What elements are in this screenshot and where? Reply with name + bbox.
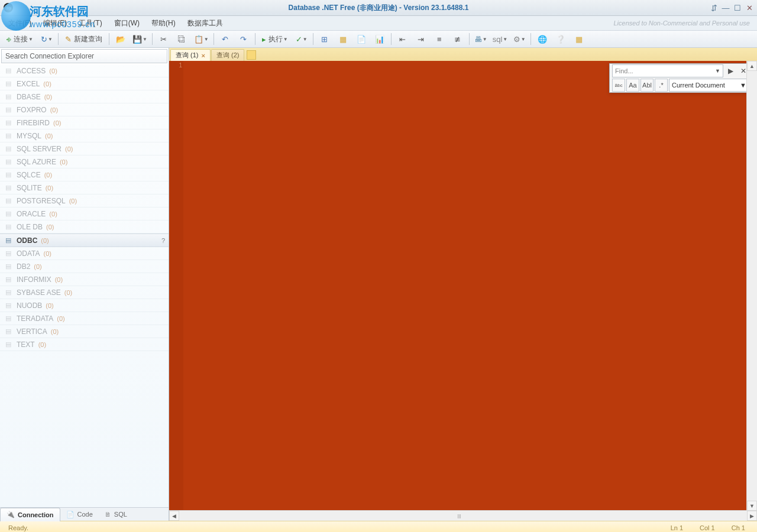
- close-tab-icon[interactable]: ×: [202, 52, 205, 59]
- db-icon: ▤: [4, 327, 13, 335]
- maximize-button[interactable]: ☐: [732, 2, 743, 13]
- sidebar-item-ole-db[interactable]: ▤OLE DB (0): [0, 220, 169, 233]
- comment-icon[interactable]: ≡: [431, 32, 448, 46]
- db-icon: ▤: [4, 301, 13, 309]
- db-icon: ▤: [4, 249, 13, 257]
- sidebar-item-sql-server[interactable]: ▤SQL SERVER (0): [0, 142, 169, 155]
- redo-button[interactable]: ↷: [235, 32, 253, 46]
- connect-button[interactable]: ⎆连接▼: [2, 32, 37, 46]
- sidebar-item-teradata[interactable]: ▤TERADATA (0): [0, 312, 169, 325]
- settings-button[interactable]: ⚙▼: [510, 32, 528, 46]
- sidebar-item-sqlce[interactable]: ▤SQLCE (0): [0, 168, 169, 181]
- editor-area: 查询 (1)×查询 (2) 1 Find...▼ ▶ ✕ abc Aa Abl …: [169, 48, 757, 521]
- menu-tools[interactable]: 工具(T): [73, 17, 108, 30]
- menu-help[interactable]: 帮助(H): [145, 17, 182, 30]
- sidebar-item-firebird[interactable]: ▤FIREBIRD (0): [0, 116, 169, 129]
- refresh-button[interactable]: ↻▼: [38, 32, 56, 46]
- save-button[interactable]: 💾▼: [130, 32, 150, 46]
- regex-toggle[interactable]: abc: [612, 79, 625, 92]
- status-line: Ln 1: [671, 524, 683, 531]
- sidebar-item-db2[interactable]: ▤DB2 (0): [0, 260, 169, 273]
- paste-button[interactable]: 📋▼: [192, 32, 211, 46]
- connection-icon: 🔌: [7, 511, 15, 518]
- code-icon: 📄: [66, 511, 75, 518]
- find-scope-select[interactable]: Current Document▼: [669, 79, 749, 92]
- about-icon[interactable]: ▦: [570, 32, 588, 46]
- print-button[interactable]: 🖶▼: [472, 32, 490, 46]
- db-icon: ▤: [4, 119, 13, 126]
- find-input[interactable]: Find...▼: [612, 64, 723, 77]
- tab-code[interactable]: 📄Code: [60, 508, 99, 521]
- sidebar-item-postgresql[interactable]: ▤POSTGRESQL (0): [0, 194, 169, 207]
- uncomment-icon[interactable]: ≢: [449, 32, 467, 46]
- db-icon: ▤: [4, 314, 13, 322]
- sidebar-item-sql-azure[interactable]: ▤SQL AZURE (0): [0, 155, 169, 168]
- sidebar-item-vertica[interactable]: ▤VERTICA (0): [0, 325, 169, 338]
- export-icon[interactable]: 📊: [371, 32, 389, 46]
- editor-tab[interactable]: 查询 (2): [211, 49, 245, 61]
- sidebar-item-nuodb[interactable]: ▤NUODB (0): [0, 299, 169, 312]
- menu-edit[interactable]: 编辑(E): [37, 17, 73, 30]
- db-icon: ▤: [4, 275, 13, 283]
- sql-format-icon[interactable]: sql▼: [490, 32, 510, 46]
- regex-icon[interactable]: .*: [655, 79, 668, 92]
- vertical-scrollbar[interactable]: ▲▼: [746, 61, 757, 511]
- find-panel: Find...▼ ▶ ✕ abc Aa Abl .* Current Docum…: [609, 63, 752, 93]
- editor-tabstrip: 查询 (1)×查询 (2): [169, 48, 757, 61]
- db-icon: ▤: [4, 67, 13, 74]
- minimize-button[interactable]: —: [720, 2, 731, 13]
- sidebar-item-access[interactable]: ▤ACCESS (0): [0, 64, 169, 77]
- sidebar-item-mysql[interactable]: ▤MYSQL (0): [0, 129, 169, 142]
- sidebar-item-dbase[interactable]: ▤DBASE (0): [0, 90, 169, 103]
- connection-list: ▤ACCESS (0)▤EXCEL (0)▤DBASE (0)▤FOXPRO (…: [0, 64, 169, 507]
- indent-left-icon[interactable]: ⇤: [394, 32, 412, 46]
- horizontal-scrollbar[interactable]: ◀|||▶: [169, 510, 757, 521]
- restore-down-icon[interactable]: ⇵: [709, 2, 719, 13]
- editor-tab[interactable]: 查询 (1)×: [170, 49, 211, 61]
- indent-right-icon[interactable]: ⇥: [412, 32, 430, 46]
- sidebar-item-sybase-ase[interactable]: ▤SYBASE ASE (0): [0, 286, 169, 299]
- db-icon: ▤: [4, 262, 13, 270]
- script-icon[interactable]: 📄: [352, 32, 370, 46]
- license-note: Licensed to Non-Commercial and Personal …: [613, 20, 755, 27]
- window-title: Database .NET Free (非商业用途) - Version 23.…: [0, 3, 757, 13]
- find-next-button[interactable]: ▶: [724, 65, 736, 77]
- sidebar-item-sqlite[interactable]: ▤SQLITE (0): [0, 181, 169, 194]
- globe-icon[interactable]: 🌐: [533, 32, 551, 46]
- close-button[interactable]: ✕: [744, 2, 755, 13]
- menu-db-tools[interactable]: 数据库工具: [182, 17, 229, 30]
- execute-button[interactable]: ▸执行▼: [258, 32, 292, 46]
- grid-icon[interactable]: ⊞: [316, 32, 334, 46]
- sql-icon: 🗎: [105, 511, 111, 518]
- tab-connection[interactable]: 🔌Connection: [0, 508, 60, 521]
- undo-button[interactable]: ↶: [216, 32, 234, 46]
- whole-word-toggle[interactable]: Abl: [640, 79, 654, 92]
- tab-sql[interactable]: 🗎SQL: [99, 508, 133, 521]
- editor[interactable]: 1 Find...▼ ▶ ✕ abc Aa Abl .* Current Doc…: [169, 61, 757, 510]
- sidebar: Search Connection Explorer ▤ACCESS (0)▤E…: [0, 48, 169, 521]
- db-icon: ▤: [4, 171, 13, 179]
- menu-file[interactable]: 文件(F): [2, 17, 37, 30]
- titlebar: db Database .NET Free (非商业用途) - Version …: [0, 0, 757, 16]
- execute-check-button[interactable]: ✓▼: [293, 32, 310, 46]
- copy-button[interactable]: ⿻: [173, 32, 191, 46]
- menu-window[interactable]: 窗口(W): [108, 17, 145, 30]
- new-query-button[interactable]: ✎新建查询: [61, 32, 106, 46]
- sidebar-item-text[interactable]: ▤TEXT (0): [0, 338, 169, 351]
- open-button[interactable]: 📂: [112, 32, 130, 46]
- table-icon[interactable]: ▦: [334, 32, 352, 46]
- sidebar-item-informix[interactable]: ▤INFORMIX (0): [0, 273, 169, 286]
- db-icon: ▤: [4, 93, 13, 100]
- db-icon: ▤: [4, 184, 13, 192]
- sidebar-item-odata[interactable]: ▤ODATA (0): [0, 247, 169, 260]
- help-button[interactable]: ❔: [552, 32, 570, 46]
- sidebar-item-odbc[interactable]: ▤ODBC (0)?: [0, 233, 169, 247]
- new-tab-button[interactable]: [247, 50, 256, 60]
- match-case-toggle[interactable]: Aa: [626, 79, 639, 92]
- db-icon: ▤: [4, 223, 13, 231]
- cut-button[interactable]: ✂: [155, 32, 173, 46]
- sidebar-item-foxpro[interactable]: ▤FOXPRO (0): [0, 103, 169, 116]
- search-input[interactable]: Search Connection Explorer: [1, 49, 167, 63]
- sidebar-item-oracle[interactable]: ▤ORACLE (0): [0, 207, 169, 220]
- sidebar-item-excel[interactable]: ▤EXCEL (0): [0, 77, 169, 90]
